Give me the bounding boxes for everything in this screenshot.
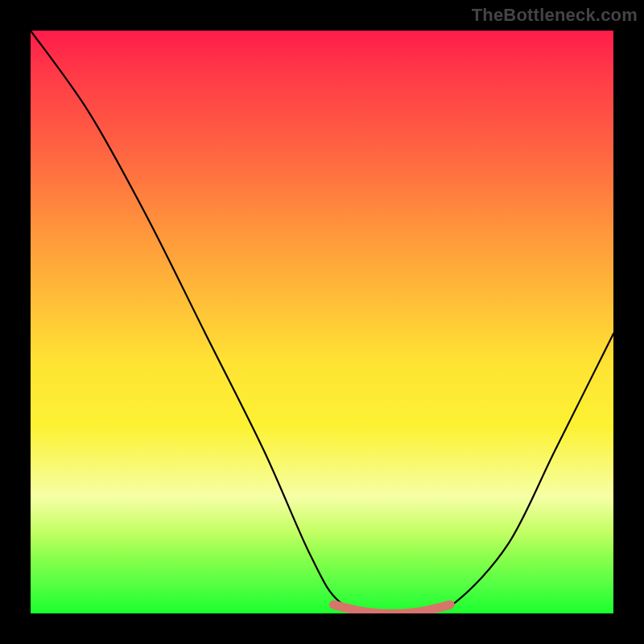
bottleneck-range-marker (333, 605, 450, 613)
chart-container: TheBottleneck.com (0, 0, 644, 644)
bottleneck-curve (31, 31, 613, 613)
watermark-text: TheBottleneck.com (472, 5, 638, 26)
curve-svg (31, 31, 613, 613)
plot-area (31, 31, 613, 613)
